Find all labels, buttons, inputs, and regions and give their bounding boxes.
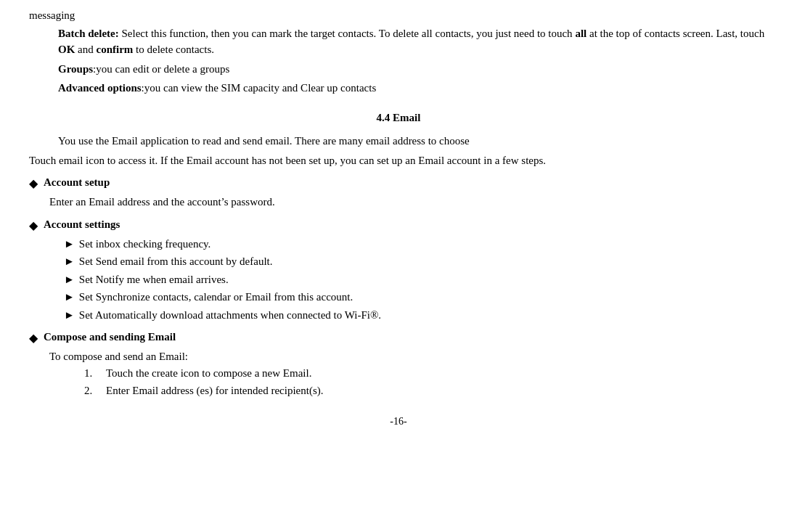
advanced-paragraph: Advanced options:you can view the SIM ca…	[58, 80, 768, 97]
compose-title: Compose and sending Email	[44, 329, 176, 345]
numbered-item-1: 1. Touch the create icon to compose a ne…	[84, 365, 768, 382]
sub-bullet-text-3: Set Notify me when email arrives.	[79, 271, 229, 288]
batch-delete-and: and	[75, 44, 96, 55]
bullet-account-settings: ◆ Account settings ► Set inbox checking …	[29, 216, 768, 324]
bullet-compose: ◆ Compose and sending Email To compose a…	[29, 329, 768, 399]
section-heading-text: 4.4 Email	[377, 112, 421, 123]
arrow-icon-1: ►	[64, 236, 75, 253]
diamond-icon-3: ◆	[29, 330, 38, 347]
sub-bullet-2: ► Set Send email from this account by de…	[64, 253, 768, 270]
account-settings-title: Account settings	[44, 216, 120, 233]
compose-intro: To compose and send an Email:	[49, 348, 768, 365]
page-number-text: -16-	[390, 416, 406, 427]
batch-delete-label: Batch delete:	[58, 28, 119, 39]
section-heading: 4.4 Email	[29, 110, 768, 126]
email-intro-line2: Touch email icon to access it. If the Em…	[29, 152, 768, 169]
step-2-text: Enter Email address (es) for intended re…	[106, 382, 323, 399]
bullet-account-setup: ◆ Account setup Enter an Email address a…	[29, 174, 768, 210]
bullet-header-setup: ◆ Account setup	[29, 174, 768, 192]
page-number: -16-	[29, 414, 768, 429]
confirm-bold: confirm	[97, 44, 134, 55]
diamond-icon-2: ◆	[29, 217, 38, 234]
arrow-icon-2: ►	[64, 253, 75, 270]
sub-bullet-text-1: Set inbox checking frequency.	[79, 236, 211, 253]
messaging-label: messaging	[29, 9, 75, 21]
batch-delete-mid: at the top of contacts screen. Last, tou…	[586, 28, 764, 39]
account-setup-text: Enter an Email address and the account’s…	[49, 196, 275, 208]
num-label-2: 2.	[84, 382, 106, 399]
diamond-icon-1: ◆	[29, 175, 38, 192]
account-setup-body: Enter an Email address and the account’s…	[49, 194, 768, 210]
numbered-list: 1. Touch the create icon to compose a ne…	[84, 365, 768, 399]
groups-label: Groups	[58, 63, 93, 75]
ok-bold: OK	[58, 44, 75, 55]
sub-bullet-4: ► Set Synchronize contacts, calendar or …	[64, 289, 768, 306]
advanced-text: :you can view the SIM capacity and Clear…	[142, 82, 377, 94]
sub-bullet-1: ► Set inbox checking frequency.	[64, 236, 768, 253]
sub-bullet-text-5: Set Automatically download attachments w…	[79, 307, 381, 324]
email-intro-text2: Touch email icon to access it. If the Em…	[29, 155, 546, 166]
step-1-text: Touch the create icon to compose a new E…	[106, 365, 311, 382]
account-setup-title: Account setup	[44, 174, 110, 191]
bullet-header-settings: ◆ Account settings	[29, 216, 768, 234]
sub-bullet-3: ► Set Notify me when email arrives.	[64, 271, 768, 288]
all-bold: all	[575, 28, 586, 39]
account-settings-subitems: ► Set inbox checking frequency. ► Set Se…	[49, 236, 768, 324]
compose-body: To compose and send an Email: 1. Touch t…	[49, 348, 768, 399]
batch-delete-paragraph: Batch delete: Select this function, then…	[58, 25, 768, 58]
messaging-intro: messaging	[29, 7, 768, 24]
groups-text: :you can edit or delete a groups	[93, 63, 229, 75]
sub-bullet-5: ► Set Automatically download attachments…	[64, 307, 768, 324]
email-intro-text1: You use the Email application to read an…	[58, 135, 470, 147]
arrow-icon-5: ►	[64, 307, 75, 324]
email-intro-line1: You use the Email application to read an…	[58, 133, 768, 150]
numbered-item-2: 2. Enter Email address (es) for intended…	[84, 382, 768, 399]
batch-delete-text1: Select this function, then you can mark …	[119, 28, 576, 39]
page-content: messaging Batch delete: Select this func…	[29, 7, 768, 429]
batch-delete-end: to delete contacts.	[133, 44, 214, 55]
num-label-1: 1.	[84, 365, 106, 382]
groups-paragraph: Groups:you can edit or delete a groups	[58, 61, 768, 78]
arrow-icon-3: ►	[64, 271, 75, 288]
sub-bullet-text-4: Set Synchronize contacts, calendar or Em…	[79, 289, 353, 306]
arrow-icon-4: ►	[64, 289, 75, 306]
bullet-header-compose: ◆ Compose and sending Email	[29, 329, 768, 347]
advanced-label: Advanced options	[58, 82, 142, 94]
sub-bullet-text-2: Set Send email from this account by defa…	[79, 253, 273, 270]
